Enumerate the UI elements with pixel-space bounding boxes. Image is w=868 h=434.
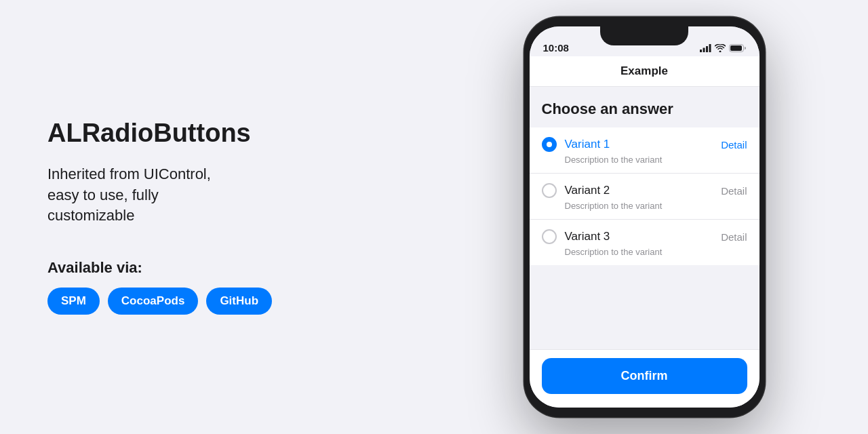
status-time: 10:08 xyxy=(543,42,569,54)
app-description: Inherited from UIControl,easy to use, fu… xyxy=(47,164,373,226)
svg-rect-3 xyxy=(709,44,711,52)
radio-circle-2 xyxy=(542,183,557,198)
svg-rect-0 xyxy=(700,50,702,52)
radio-item-1[interactable]: Variant 1 Detail Description to the vari… xyxy=(530,127,760,174)
radio-detail-3[interactable]: Detail xyxy=(721,231,747,243)
confirm-button[interactable]: Confirm xyxy=(542,358,747,394)
svg-rect-1 xyxy=(703,48,705,53)
left-panel: ALRadioButtons Inherited from UIControl,… xyxy=(0,0,420,434)
badges-container: SPM CocoaPods GitHub xyxy=(47,288,373,315)
github-badge[interactable]: GitHub xyxy=(206,288,272,315)
radio-left-1: Variant 1 xyxy=(542,137,610,152)
battery-icon xyxy=(729,44,746,54)
phone-notch xyxy=(600,26,688,45)
radio-label-3: Variant 3 xyxy=(565,230,610,243)
nav-title: Example xyxy=(620,64,668,78)
radio-description-2: Description to the variant xyxy=(542,201,747,211)
bottom-area: Confirm xyxy=(530,349,760,408)
radio-detail-1[interactable]: Detail xyxy=(721,139,747,151)
radio-item-3[interactable]: Variant 3 Detail Description to the vari… xyxy=(530,220,760,265)
svg-rect-5 xyxy=(730,45,742,51)
nav-bar: Example xyxy=(530,56,760,87)
radio-row-1: Variant 1 Detail xyxy=(542,137,747,152)
radio-list: Variant 1 Detail Description to the vari… xyxy=(530,127,760,265)
question-title: Choose an answer xyxy=(542,100,747,118)
question-header: Choose an answer xyxy=(530,87,760,127)
radio-label-1: Variant 1 xyxy=(565,138,610,151)
app-title: ALRadioButtons xyxy=(47,119,373,148)
radio-detail-2[interactable]: Detail xyxy=(721,185,747,197)
phone-screen: 10:08 xyxy=(530,26,760,408)
available-via-label: Available via: xyxy=(47,259,373,277)
svg-rect-2 xyxy=(706,46,708,52)
phone-mockup: 10:08 xyxy=(524,17,765,417)
radio-description-3: Description to the variant xyxy=(542,247,747,257)
radio-left-3: Variant 3 xyxy=(542,229,610,244)
radio-row-3: Variant 3 Detail xyxy=(542,229,747,244)
spacer xyxy=(530,265,760,349)
radio-left-2: Variant 2 xyxy=(542,183,610,198)
radio-row-2: Variant 2 Detail xyxy=(542,183,747,198)
spm-badge[interactable]: SPM xyxy=(47,288,100,315)
status-icons xyxy=(700,44,746,54)
radio-item-2[interactable]: Variant 2 Detail Description to the vari… xyxy=(530,174,760,220)
signal-icon xyxy=(700,44,711,54)
radio-circle-1 xyxy=(542,137,557,152)
radio-circle-3 xyxy=(542,229,557,244)
radio-label-2: Variant 2 xyxy=(565,184,610,197)
right-panel: 10:08 xyxy=(420,0,868,434)
wifi-icon xyxy=(715,44,726,54)
cocoapods-badge[interactable]: CocoaPods xyxy=(108,288,199,315)
screen-content: Choose an answer Variant 1 Detail Descri… xyxy=(530,87,760,408)
radio-description-1: Description to the variant xyxy=(542,155,747,165)
